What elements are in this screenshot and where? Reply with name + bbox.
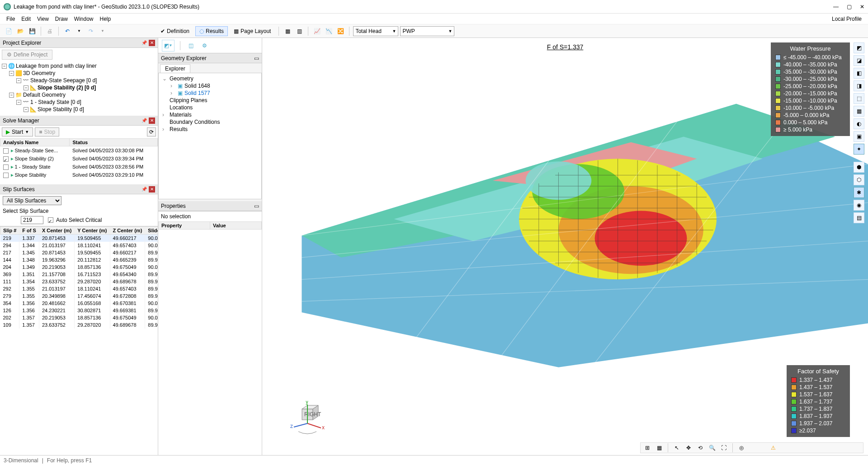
tree-row[interactable]: Clipping Planes — [160, 97, 259, 104]
slip-filter-select[interactable]: All Slip Surfaces — [3, 196, 61, 205]
cube-tool-icon[interactable]: ◩▼ — [162, 40, 175, 52]
tool-icon-2[interactable]: ▥ — [294, 26, 304, 36]
bt-icon-3[interactable]: ↖ — [672, 443, 682, 453]
viewport-3d[interactable]: F of S=1.337 Water Pressure ≤ -45.000 – … — [262, 38, 868, 455]
tree-row[interactable]: −📐Slope Stability [0 d] — [2, 106, 156, 113]
open-icon[interactable]: 📂 — [15, 26, 25, 36]
close-panel-icon[interactable]: ✕ — [149, 186, 155, 193]
table-row[interactable]: 3541.35620.48166216.05516849.67038190.06… — [0, 300, 158, 307]
view-tool-8-icon[interactable]: ▣ — [854, 131, 864, 142]
tree-row[interactable]: −〰Steady-State Seepage [0 d] — [2, 77, 156, 84]
table-row[interactable]: 2791.35520.34989817.45607449.67280889.99… — [0, 292, 158, 300]
tree-row[interactable]: −📁Default Geometry — [2, 91, 156, 99]
close-button[interactable]: ✕ — [860, 4, 864, 10]
table-row[interactable]: 1441.34819.96329620.11281249.66523989.99 — [0, 256, 158, 263]
menu-draw[interactable]: Draw — [55, 16, 68, 22]
bt-icon-5[interactable]: ⟲ — [695, 443, 705, 453]
menu-file[interactable]: File — [6, 16, 15, 22]
undo-icon[interactable]: ↶ — [62, 26, 72, 36]
result-type-select[interactable]: Total Head▼ — [353, 26, 398, 36]
close-panel-icon[interactable]: ✕ — [149, 40, 155, 46]
table-row[interactable]: ▸ Slope Stability (2)Solved 04/05/2023 0… — [0, 155, 158, 163]
view-tool-1-icon[interactable]: ◩ — [854, 42, 864, 53]
view-tool-3-icon[interactable]: ◧ — [854, 68, 864, 79]
table-row[interactable]: 1261.35624.23022130.80287149.66938189.99… — [0, 307, 158, 314]
view-tool-13-icon[interactable]: ◉ — [854, 200, 864, 211]
tree-row[interactable]: ›▣Solid 1577 — [160, 89, 259, 97]
bt-icon-2[interactable]: ▦ — [654, 443, 664, 453]
tree-row[interactable]: Boundary Conditions — [160, 118, 259, 126]
tool-icon-3[interactable]: 📈 — [312, 26, 322, 36]
redo-drop-icon[interactable]: ▼ — [98, 26, 108, 36]
view-tool-9-icon[interactable]: ✦ — [854, 144, 864, 155]
checkbox[interactable] — [3, 164, 9, 170]
menu-help[interactable]: Help — [100, 16, 111, 22]
table-row[interactable]: 2191.33720.87145319.50945549.66021790.00… — [0, 235, 158, 242]
checkbox[interactable] — [3, 173, 9, 178]
table-row[interactable]: 3691.35121.15770816.71152349.65434089.98… — [0, 271, 158, 278]
explorer-tab[interactable]: Explorer — [160, 64, 190, 73]
tree-row[interactable]: −🟨3D Geometry — [2, 70, 156, 77]
start-button[interactable]: ▶Start▼ — [2, 127, 33, 136]
new-icon[interactable]: 📄 — [4, 26, 14, 36]
view-tool-4-icon[interactable]: ◨ — [854, 80, 864, 91]
profile-label[interactable]: Local Profile — [832, 16, 862, 22]
bt-icon-1[interactable]: ⊞ — [642, 443, 652, 453]
define-project-button[interactable]: ⚙Define Project — [2, 50, 52, 60]
pin-icon[interactable]: 📌 — [142, 187, 147, 192]
page-layout-button[interactable]: ▦Page Layout — [230, 26, 275, 36]
refresh-button[interactable]: ⟳ — [147, 127, 156, 136]
stop-button[interactable]: ■Stop — [35, 127, 59, 136]
table-row[interactable]: 2921.35521.01319718.11024149.65740389.98… — [0, 285, 158, 292]
menu-edit[interactable]: Edit — [21, 16, 31, 22]
bt-icon-8[interactable]: ◎ — [736, 443, 746, 453]
undo-drop-icon[interactable]: ▼ — [74, 26, 84, 36]
table-row[interactable]: 2171.34520.87145319.50945549.66021789.97 — [0, 249, 158, 256]
view-tool-2-icon[interactable]: ◪ — [854, 55, 864, 66]
pin-icon[interactable]: 📌 — [142, 40, 147, 45]
dock-icon[interactable]: ▭ — [254, 55, 259, 61]
checkbox[interactable] — [3, 148, 9, 154]
slip-number-input[interactable] — [21, 216, 43, 224]
redo-icon[interactable]: ↷ — [86, 26, 96, 36]
save-icon[interactable]: 💾 — [27, 26, 37, 36]
view-tool-12-icon[interactable]: ✱ — [854, 187, 864, 198]
project-tree[interactable]: −🌐Leakage from pond with clay liner −🟨3D… — [0, 61, 158, 114]
maximize-button[interactable]: ▢ — [847, 4, 852, 10]
result-subtype-select[interactable]: PWP▼ — [400, 26, 454, 36]
definition-button[interactable]: ✔Definition — [156, 26, 193, 36]
results-button[interactable]: ◌Results — [195, 26, 228, 36]
table-row[interactable]: 2941.34421.01319718.11024149.65740390.03 — [0, 242, 158, 249]
tool-icon-5[interactable]: 🔀 — [335, 26, 345, 36]
settings-icon[interactable]: ⚙ — [199, 41, 209, 51]
table-row[interactable]: 2021.35720.21905318.85713649.67504990.02… — [0, 314, 158, 321]
view-tool-5-icon[interactable]: ⬚ — [854, 93, 864, 104]
solve-table[interactable]: Analysis NameStatus ▸ Steady-State See..… — [0, 138, 158, 179]
pin-icon[interactable]: 📌 — [142, 118, 147, 123]
minimize-button[interactable]: — — [833, 4, 839, 10]
table-row[interactable]: 1111.35423.63375229.28702049.68967889.99… — [0, 278, 158, 285]
slip-table[interactable]: Slip #F of SX Center (m)Y Center (m)Z Ce… — [0, 226, 158, 329]
tree-row[interactable]: ›Materials — [160, 111, 259, 118]
table-row[interactable]: ▸ Steady-State See...Solved 04/05/2023 0… — [0, 146, 158, 155]
view-tool-6-icon[interactable]: ▦ — [854, 106, 864, 117]
dock-icon[interactable]: ▭ — [254, 203, 259, 209]
bt-icon-4[interactable]: ✥ — [684, 443, 693, 453]
view-tool-11-icon[interactable]: ⬡ — [854, 174, 864, 185]
table-row[interactable]: ▸ 1 - Steady StateSolved 04/05/2023 03:2… — [0, 163, 158, 171]
tree-row[interactable]: −〰1 - Steady State [0 d] — [2, 99, 156, 106]
table-row[interactable]: 2041.34920.21905318.85713649.67504990.00… — [0, 263, 158, 271]
close-panel-icon[interactable]: ✕ — [149, 117, 155, 124]
menu-window[interactable]: Window — [74, 16, 94, 22]
wireframe-icon[interactable]: ◫ — [186, 41, 196, 51]
warning-icon[interactable]: ⚠ — [768, 443, 778, 453]
tree-row[interactable]: ›Results — [160, 126, 259, 133]
tool-icon-4[interactable]: 📉 — [324, 26, 334, 36]
tool-icon-1[interactable]: ▦ — [283, 26, 292, 36]
axis-gizmo[interactable]: RIGHT x y z — [289, 401, 326, 437]
auto-select-checkbox[interactable]: Auto Select Critical — [48, 217, 102, 223]
menu-view[interactable]: View — [37, 16, 49, 22]
tree-row[interactable]: Locations — [160, 104, 259, 111]
geometry-tree[interactable]: ⌄Geometry›▣Solid 1648›▣Solid 1577Clippin… — [158, 73, 262, 199]
checkbox[interactable] — [3, 156, 9, 162]
